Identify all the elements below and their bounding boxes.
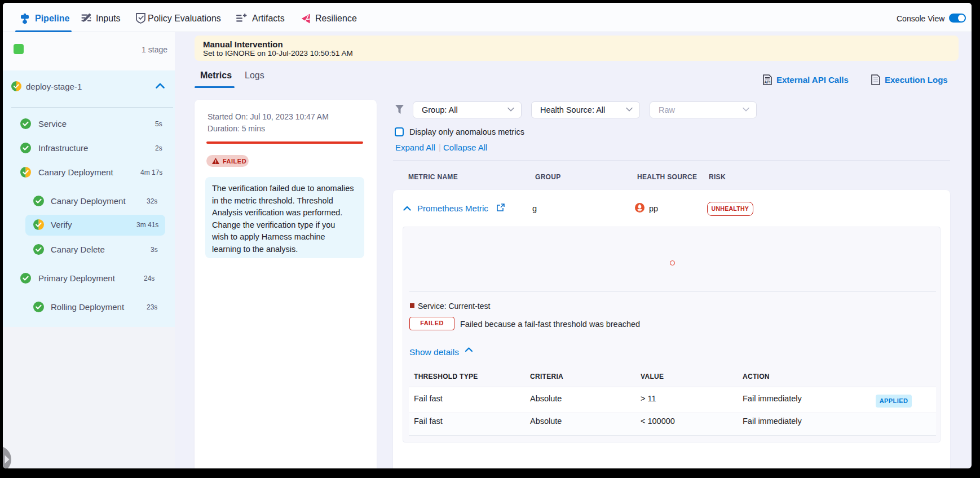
svg-text:API: API — [765, 80, 771, 84]
